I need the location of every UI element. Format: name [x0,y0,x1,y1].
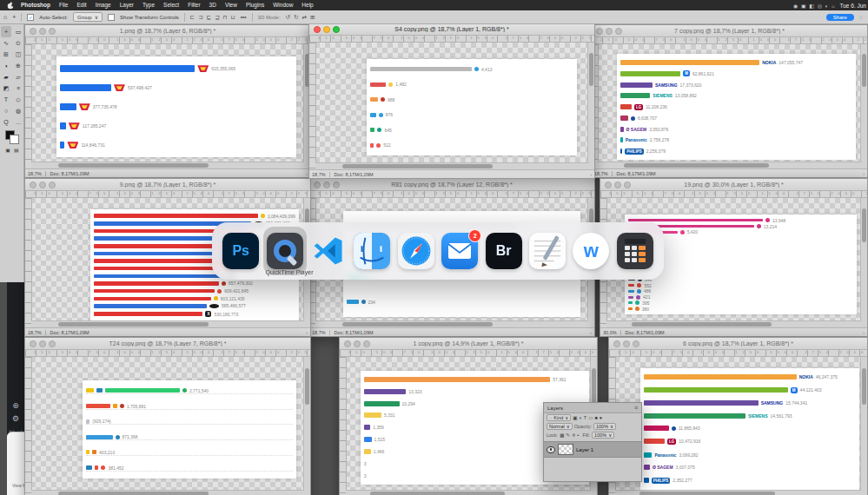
tool-icon-15[interactable]: ◍ [13,105,23,116]
traffic-lights[interactable] [592,28,622,35]
menu-item-edit[interactable]: Edit [72,2,90,8]
scrollbar-thumb[interactable] [58,492,209,495]
menu-item-image[interactable]: Image [91,2,116,8]
app-icon-textedit[interactable] [526,227,569,275]
vertical-scrollbar[interactable] [587,43,594,169]
visibility-eye-icon[interactable] [547,446,555,453]
horizontal-scrollbar[interactable] [615,490,861,495]
document-canvas[interactable]: 2,771,5401,705,881(929,174)871,368403,21… [25,357,310,495]
layer-thumbnail[interactable] [558,444,573,455]
status-icon[interactable]: ◐ [825,3,832,9]
app-icon-calculator[interactable] [613,227,657,275]
zoom-percentage[interactable]: 30,0% [603,330,621,335]
zoom-button[interactable] [49,28,56,35]
horizontal-scrollbar[interactable] [598,162,861,168]
vertical-scrollbar[interactable] [860,44,867,168]
tool-icon-3[interactable]: ⊙ [13,37,23,49]
window-titlebar[interactable]: S4 copy.png @ 18,7% (Layer 1, RGB/8*) * [309,23,594,36]
document-canvas[interactable]: 4,4131,482988876645512 [309,43,594,169]
tool-icon-5[interactable]: ◫ [13,49,23,60]
horizontal-scrollbar[interactable] [31,320,304,327]
menu-item-select[interactable]: Select [159,2,183,8]
horizontal-scrollbar[interactable] [31,490,304,495]
close-button[interactable] [344,340,351,347]
zoom-button[interactable] [624,182,631,188]
zoom-button[interactable] [363,340,370,347]
menu-item-file[interactable]: File [55,2,72,8]
traffic-lights[interactable] [25,340,56,347]
minimize-button[interactable] [323,26,330,33]
app-icon-vscode[interactable] [307,227,350,275]
more-options-icon[interactable]: ••• [241,14,247,20]
document-canvas[interactable]: NOKIA147,055,747M62,861,621SAMSUNG17,373… [592,44,867,168]
lock-icon[interactable]: ▦ [560,432,564,438]
traffic-lights[interactable] [309,182,340,188]
align-icon[interactable]: ⊐ [198,14,202,21]
blend-mode-dropdown[interactable]: Normal ∨ [547,423,573,430]
window-titlebar[interactable]: 1 copy.png @ 14,9% (Layer 1, RGB/8*) * [340,338,597,350]
align-icon[interactable]: ⊑ [207,14,211,21]
tool-icon-14[interactable]: ○ [1,105,11,116]
background-color[interactable] [10,135,19,144]
close-button[interactable] [314,26,321,33]
panel-menu-icon[interactable]: ≡ [634,405,638,411]
horizontal-scrollbar[interactable] [315,162,588,169]
filter-icon[interactable]: ● [600,415,602,420]
status-chevron-icon[interactable]: › [306,171,308,176]
status-icon[interactable]: ◧ [809,3,817,9]
show-transform-checkbox[interactable] [108,14,115,21]
layer-filter-icons[interactable]: ▣◐T▭■● [573,415,602,420]
tool-icon-13[interactable]: ◇ [13,94,23,105]
scrollbar-thumb[interactable] [305,368,309,405]
minimize-button[interactable] [623,340,630,347]
status-chevron-icon[interactable]: › [306,330,308,335]
tool-icon-9[interactable]: ▱ [13,71,23,82]
traffic-lights[interactable] [25,28,56,35]
zoom-percentage[interactable]: 18,7% [28,330,46,335]
group-dropdown[interactable]: Group ∨ [73,12,103,22]
align-icon[interactable]: ⊓ [223,14,228,21]
scrollbar-thumb[interactable] [639,492,775,495]
tool-icon-7[interactable]: ⊕ [13,60,23,71]
gear-icon[interactable]: ⚙ [12,415,19,423]
align-icon[interactable]: ⊏ [190,14,195,21]
scrollbar-thumb[interactable] [862,208,866,242]
share-button[interactable]: Share [826,14,854,21]
filter-icon[interactable]: ◐ [580,415,582,420]
traffic-lights[interactable] [309,26,340,33]
align-icon[interactable]: ⊔ [231,14,235,21]
app-icon-mail[interactable]: 2 [438,227,481,275]
menu-item-type[interactable]: Type [138,2,159,8]
status-chevron-icon[interactable]: › [590,172,592,177]
app-icon-w-app[interactable]: w [569,227,613,275]
color-swatches[interactable] [5,130,19,144]
close-button[interactable] [613,340,620,347]
scrollbar-thumb[interactable] [589,53,593,86]
menubar-clock[interactable]: Tue 6. Jun [840,3,866,9]
tool-icon-6[interactable]: ◖ [1,60,11,71]
layer-row[interactable]: Layer 1 [544,441,641,458]
mode-icon[interactable]: ↻ [294,14,298,21]
vertical-scrollbar[interactable] [860,357,867,495]
search-icon[interactable]: ◌ [859,14,863,20]
tool-icon-0[interactable]: + [1,26,11,37]
tool-icon-16[interactable]: Q [1,116,11,128]
window-titlebar[interactable]: 1.png @ 18,7% (Layer 6, RGB/8*) * [25,25,310,37]
account-icon[interactable]: ⊛ [12,402,19,410]
traffic-lights[interactable] [609,340,639,347]
menu-item-photoshop[interactable]: Photoshop [17,2,55,8]
fill-dropdown[interactable]: 100% ∨ [592,432,614,439]
zoom-percentage[interactable]: 18,7% [312,172,330,177]
scrollbar-thumb[interactable] [342,322,493,327]
tool-icon-4[interactable]: ⊞ [1,49,11,60]
menu-item-view[interactable]: View [221,2,242,8]
status-icon[interactable]: ◉ [793,3,801,9]
mode-icon[interactable]: ↺ [286,14,290,21]
window-titlebar[interactable]: 6 copy.png @ 18,7% (Layer 1, RGB/8*) * [609,338,867,350]
menubar-status-icons[interactable]: ◉ ▣ ◧ ◎ ◐ ⌂ [793,3,835,9]
zoom-button[interactable] [333,182,340,188]
minimize-button[interactable] [323,182,330,188]
scrollbar-thumb[interactable] [58,322,209,327]
scrollbar-thumb[interactable] [592,368,596,405]
traffic-lights[interactable] [340,340,370,347]
